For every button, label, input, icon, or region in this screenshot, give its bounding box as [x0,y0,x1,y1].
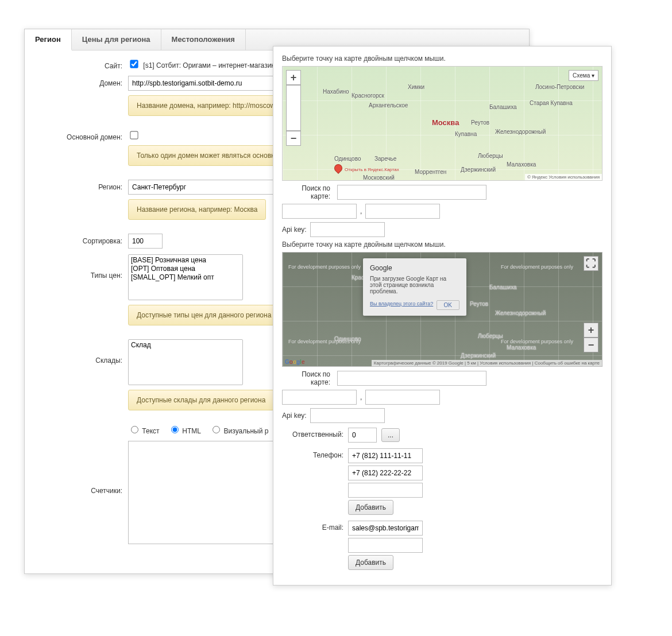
city-label: Дзержинский [461,352,496,359]
add-email-button[interactable]: Добавить [348,555,393,570]
main-domain-checkbox[interactable] [130,131,138,139]
zoom-in-icon[interactable]: + [286,70,301,85]
city-center: Москва [432,118,459,127]
google-search-label: Поиск по карте: [282,370,334,386]
counters-radio-visual[interactable]: Визуальный р [210,427,268,435]
stores-hint: Доступные склады для данного региона [128,390,274,410]
email-input-1[interactable] [348,521,423,536]
city-label: Малаховка [507,344,536,351]
map-schema-button[interactable]: Схема ▾ [569,70,598,81]
yandex-coord-1-input[interactable] [282,204,357,219]
stores-label: Склады: [36,339,128,364]
city-label: Железнодорожный [495,310,546,316]
city-label: Архангельское [369,102,408,108]
counters-radio-text[interactable]: Текст [128,427,160,435]
tab-region[interactable]: Регион [25,29,72,51]
fullscreen-icon[interactable]: ⛶ [584,256,598,271]
city-label: Одинцово [334,336,361,342]
domain-hint: Название домена, например: http://moscow… [128,95,291,116]
city-label: Балашиха [489,284,517,290]
phone-input-3[interactable] [348,483,423,498]
google-attrib: Картографические данные © 2019 Google | … [372,360,602,366]
site-checkbox[interactable] [130,60,138,68]
price-types-hint: Доступные типы цен для данного региона [128,305,280,325]
city-label: Моррентген [415,169,446,175]
google-owner-link[interactable]: Вы владелец этого сайта? [370,301,433,307]
city-label: Старая Купавна [530,100,573,106]
google-apikey-label: Api key: [282,412,307,420]
responsible-browse-button[interactable]: ... [381,428,400,442]
responsible-input[interactable] [348,428,377,443]
yandex-apikey-label: Api key: [282,226,307,234]
city-label: Заречье [374,156,396,162]
yandex-apikey-input[interactable] [310,222,385,237]
email-input-2[interactable] [348,538,423,553]
tab-location[interactable]: Местоположения [161,29,246,50]
city-label: Дзержинский [461,166,496,173]
google-coord-1-input[interactable] [282,390,357,405]
google-search-input[interactable] [337,371,486,386]
phone-label: Телефон: [282,448,348,515]
phone-input-1[interactable] [348,448,423,463]
google-logo: Google [285,359,304,365]
zoom-slider[interactable] [286,85,301,131]
zoom-out-icon[interactable]: − [584,338,598,352]
counters-label: Счетчики: [36,441,128,495]
price-types-select[interactable]: [BASE] Розничная цена [OPT] Оптовая цена… [128,254,243,300]
zoom-in-icon[interactable]: + [584,323,598,338]
city-label: Малаховка [507,161,536,168]
google-popup-header: Google [370,264,459,272]
counters-radio-html[interactable]: HTML [168,427,201,435]
main-domain-label: Основной домен: [36,130,128,141]
dev-watermark: For development purposes only [288,264,361,270]
city-label: Красногорск [352,92,384,99]
tab-prices[interactable]: Цены для региона [72,29,161,50]
yandex-map[interactable]: Схема ▾ + − Москва Химки Балашиха Люберц… [282,66,603,181]
city-label: Нахабино [323,88,349,95]
city-label: Реутов [471,119,489,126]
city-label: Железнодорожный [495,129,546,135]
price-types-label: Типы цен: [36,254,128,280]
add-phone-button[interactable]: Добавить [348,500,393,515]
yandex-search-label: Поиск по карте: [282,184,334,200]
sort-input[interactable] [128,234,163,249]
region-label: Регион: [36,180,128,191]
city-label: Люберцы [478,333,503,339]
google-apikey-input[interactable] [310,408,385,423]
main-domain-hint: Только один домен может являться основны… [128,145,293,166]
city-label: Люберцы [478,153,503,159]
google-coord-2-input[interactable] [365,390,440,405]
region-hint: Название региона, например: Москва [128,199,266,220]
dev-watermark: For development purposes only [501,339,573,344]
map-contacts-panel: Выберите точку на карте двойным щелчком … [273,46,612,585]
zoom-out-icon[interactable]: − [286,131,301,146]
city-label: Реутов [470,301,488,307]
site-value: [s1] Сотбит: Оригами – интернет-магазин [143,61,275,69]
city-label: Химки [408,84,424,90]
google-popup-text: При загрузке Google Карт на этой страниц… [370,276,459,294]
sort-label: Сортировка: [36,234,128,245]
city-label: Одинцово [334,156,361,162]
yandex-search-input[interactable] [337,185,486,200]
city-label: Московский [363,174,395,181]
city-label: Купавна [455,131,477,137]
google-map-instruction: Выберите точку на карте двойным щелчком … [282,241,603,249]
google-ok-button[interactable]: OK [437,300,459,310]
domain-label: Домен: [36,76,128,87]
city-label: Балашиха [489,104,517,110]
google-error-popup: Google При загрузке Google Карт на этой … [363,258,466,316]
email-label: E-mail: [282,521,348,570]
yandex-attrib: © Яндекс Условия использования [525,174,602,180]
stores-select[interactable]: Склад [128,339,243,385]
site-label: Сайт: [36,59,128,70]
dev-watermark: For development purposes only [501,264,573,270]
yandex-coord-2-input[interactable] [365,204,440,219]
responsible-label: Ответственный: [282,428,348,443]
open-in-yandex-link[interactable]: Открыть в Яндекс.Картах [345,167,399,172]
google-map[interactable]: For development purposes only For develo… [282,252,603,367]
city-label: Лосино-Петровски [535,84,584,90]
phone-input-2[interactable] [348,466,423,480]
yandex-map-instruction: Выберите точку на карте двойным щелчком … [282,55,603,63]
